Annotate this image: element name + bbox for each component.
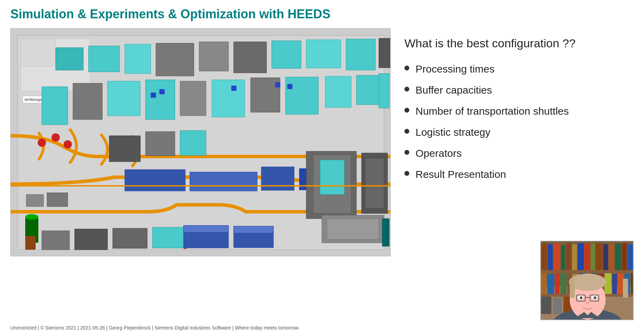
svg-rect-15 [234,42,267,73]
svg-point-116 [594,296,596,299]
svg-rect-54 [379,74,389,108]
svg-rect-78 [585,244,590,271]
bullet-dot-icon [404,171,409,176]
svg-rect-84 [622,243,627,271]
svg-rect-16 [272,41,301,68]
svg-rect-45 [125,170,185,191]
slide-container: Simulation & Experiments & Optimization … [0,0,644,334]
svg-rect-103 [541,297,551,314]
svg-rect-68 [382,219,389,246]
svg-rect-74 [561,245,565,271]
svg-rect-66 [26,194,44,207]
svg-point-115 [580,296,582,299]
svg-rect-37 [275,82,280,87]
svg-rect-58 [152,227,184,248]
image-section: derManagerTHT Analyse Diagrams [10,28,391,322]
svg-point-117 [586,302,589,304]
svg-rect-20 [42,87,68,125]
svg-rect-73 [553,243,560,271]
content-section: What is the best configuration ?? Proces… [398,28,634,322]
svg-rect-112 [623,279,628,298]
svg-rect-27 [286,77,318,114]
svg-rect-81 [603,244,608,271]
svg-rect-90 [560,274,567,294]
svg-rect-98 [612,274,617,294]
svg-rect-101 [631,273,634,294]
bullet-text-buffer-capacities: Buffer capacities [416,83,492,97]
svg-rect-28 [325,76,351,107]
bullet-item-number-of: Number of transportation shuttles [404,104,627,118]
svg-rect-72 [548,244,553,271]
svg-rect-11 [88,46,120,72]
svg-rect-56 [75,229,108,250]
webcam-feed [540,241,634,320]
svg-rect-13 [156,43,194,76]
svg-rect-83 [615,244,621,271]
svg-rect-34 [151,93,156,98]
svg-rect-43 [146,132,175,156]
svg-point-30 [38,139,46,147]
svg-rect-23 [146,80,175,120]
bullet-item-operators: Operators [404,146,627,160]
svg-rect-57 [113,228,147,248]
svg-rect-61 [184,226,228,232]
svg-point-31 [52,133,60,142]
svg-rect-80 [596,244,603,271]
svg-rect-76 [572,244,577,271]
bullet-text-result-presentation: Result Presentation [416,168,506,181]
svg-rect-38 [287,84,292,89]
svg-rect-14 [199,42,228,71]
svg-rect-87 [541,273,547,294]
webcam-svg [541,241,634,320]
bullet-text-processing-times: Processing times [416,62,494,76]
bullet-item-logistic-strategy: Logistic strategy [404,125,627,139]
bullet-item-buffer-capacities: Buffer capacities [404,83,627,97]
svg-rect-19 [379,38,391,68]
bullet-text-logistic-strategy: Logistic strategy [416,125,491,139]
slide-title: Simulation & Experiments & Optimization … [10,7,634,21]
bullet-item-processing-times: Processing times [404,62,627,76]
bullet-list: Processing timesBuffer capacitiesNumber … [404,62,627,181]
svg-rect-64 [327,219,379,239]
svg-rect-25 [212,80,245,117]
factory-svg: derManagerTHT Analyse Diagrams [11,29,391,256]
bullet-dot-icon [404,129,409,134]
svg-point-40 [25,214,38,220]
svg-rect-75 [566,243,571,270]
svg-rect-111 [570,279,575,298]
bullet-text-number-of: Number of transportation shuttles [416,104,569,118]
svg-rect-71 [541,243,547,271]
svg-rect-47 [261,167,294,190]
svg-rect-88 [547,274,554,294]
svg-rect-86 [541,270,634,273]
svg-rect-82 [609,243,614,271]
bullet-dot-icon [404,66,409,70]
svg-rect-12 [125,44,151,74]
bullet-dot-icon [404,150,409,155]
svg-rect-41 [25,236,36,250]
svg-point-32 [64,140,72,149]
svg-rect-21 [73,83,102,120]
svg-rect-42 [109,136,140,162]
svg-rect-44 [180,131,206,155]
svg-rect-55 [42,231,69,250]
svg-rect-89 [555,273,560,294]
svg-rect-22 [108,81,140,116]
svg-rect-36 [231,86,236,91]
svg-rect-85 [627,244,634,271]
question-text: What is the best configuration ?? [404,35,627,52]
svg-rect-51 [320,160,344,194]
bullet-text-operators: Operators [416,146,461,160]
factory-image: derManagerTHT Analyse Diagrams [10,28,391,256]
webcam-section [540,241,634,320]
svg-rect-79 [591,243,595,271]
svg-rect-53 [365,158,384,208]
svg-rect-18 [346,39,375,70]
svg-rect-67 [47,193,68,207]
slide-body: derManagerTHT Analyse Diagrams [10,28,634,322]
svg-rect-24 [180,81,206,116]
svg-rect-77 [578,243,584,271]
bullet-dot-icon [404,87,409,92]
footer-text: Unrestricted | © Siemens 2021 | 2021-05-… [10,322,634,331]
svg-rect-3 [21,39,56,67]
